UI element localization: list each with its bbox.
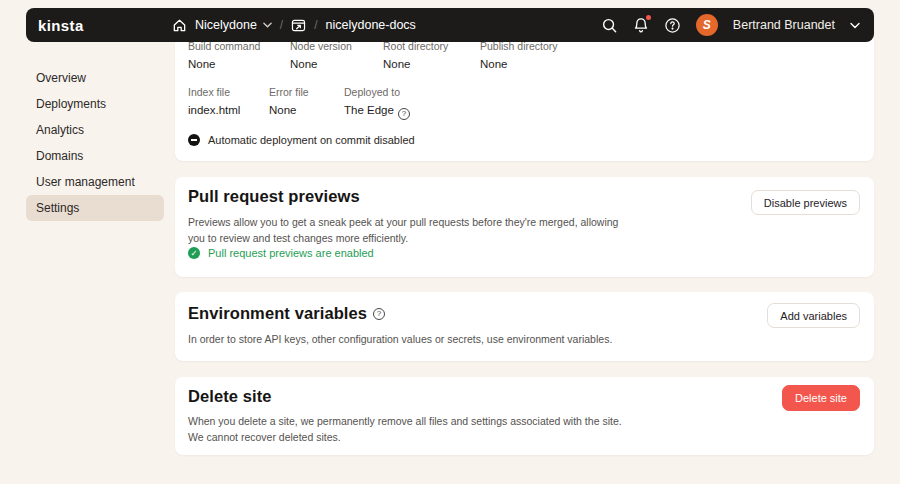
question-circle-icon[interactable]: ? [373,308,385,320]
chevron-down-icon [263,22,272,28]
static-site-icon [291,19,306,32]
field-value: None [290,58,352,70]
breadcrumb-company-label: Nicelydone [195,18,257,32]
field-publish-directory: Publish directory None [480,40,558,70]
sidebar-item-overview[interactable]: Overview [26,65,164,91]
field-deployed-to: Deployed to The Edge? [344,86,410,120]
breadcrumb-site[interactable]: nicelydone-docs [326,18,416,32]
pull-request-previews-card: Pull request previews Disable previews P… [175,177,874,277]
sidebar-item-label: Overview [36,71,86,85]
field-label: Error file [269,86,309,98]
field-value: None [383,58,448,70]
field-value: None [269,104,309,116]
site-settings-sidebar: Overview Deployments Analytics Domains U… [26,65,164,221]
search-icon[interactable] [601,17,618,34]
help-icon[interactable] [664,17,681,34]
header-actions: S Bertrand Bruandet [601,14,874,36]
card-title: Environment variables [188,304,367,323]
card-description: Previews allow you to get a sneak peek a… [188,214,748,247]
field-value: The Edge? [344,104,410,120]
delete-site-card: Delete site Delete site When you delete … [175,377,874,455]
sidebar-item-label: Deployments [36,97,106,111]
sidebar-item-deployments[interactable]: Deployments [26,91,164,117]
home-icon[interactable] [172,18,187,33]
card-title: Pull request previews [188,187,360,206]
card-title: Delete site [188,387,272,406]
field-node-version: Node version None [290,40,352,70]
card-description: When you delete a site, we permanently r… [188,413,788,446]
question-circle-icon[interactable]: ? [398,108,410,120]
breadcrumb-company[interactable]: Nicelydone [195,18,272,32]
top-navigation-bar: kinsta Nicelydone / / nicelydone-docs [26,8,874,42]
breadcrumb-separator: / [314,18,317,32]
field-value: index.html [188,104,240,116]
status-text: Pull request previews are enabled [208,247,374,259]
sidebar-item-analytics[interactable]: Analytics [26,117,164,143]
auto-deploy-status: Automatic deployment on commit disabled [188,134,415,146]
status-text: Automatic deployment on commit disabled [208,134,415,146]
add-variables-button[interactable]: Add variables [767,303,860,328]
field-error-file: Error file None [269,86,309,116]
delete-site-button[interactable]: Delete site [782,385,860,411]
breadcrumb-separator: / [280,18,283,32]
field-label: Index file [188,86,240,98]
previews-status: ✓ Pull request previews are enabled [188,247,374,259]
sidebar-item-label: Analytics [36,123,84,137]
sidebar-item-label: Settings [36,201,79,215]
disable-previews-button[interactable]: Disable previews [751,190,860,215]
field-build-command: Build command None [188,40,260,70]
sidebar-item-label: Domains [36,149,83,163]
disabled-icon [188,134,200,146]
card-description: In order to store API keys, other config… [188,331,788,347]
notification-badge [646,15,651,20]
field-label: Deployed to [344,86,410,98]
field-index-file: Index file index.html [188,86,240,116]
field-value: None [480,58,558,70]
sidebar-item-settings[interactable]: Settings [26,195,164,221]
sidebar-item-domains[interactable]: Domains [26,143,164,169]
notifications-bell-icon[interactable] [633,17,649,34]
breadcrumb: Nicelydone / / nicelydone-docs [172,8,416,42]
check-circle-icon: ✓ [188,247,200,259]
user-menu-chevron-down-icon[interactable] [850,22,860,29]
user-name[interactable]: Bertrand Bruandet [733,18,835,32]
sidebar-item-user-management[interactable]: User management [26,169,164,195]
field-value: None [188,58,260,70]
avatar[interactable]: S [696,14,718,36]
field-root-directory: Root directory None [383,40,448,70]
sidebar-item-label: User management [36,175,135,189]
deployed-to-value: The Edge [344,104,394,116]
environment-variables-card: Environment variables ? Add variables In… [175,292,874,361]
kinsta-logo[interactable]: kinsta [38,17,84,34]
